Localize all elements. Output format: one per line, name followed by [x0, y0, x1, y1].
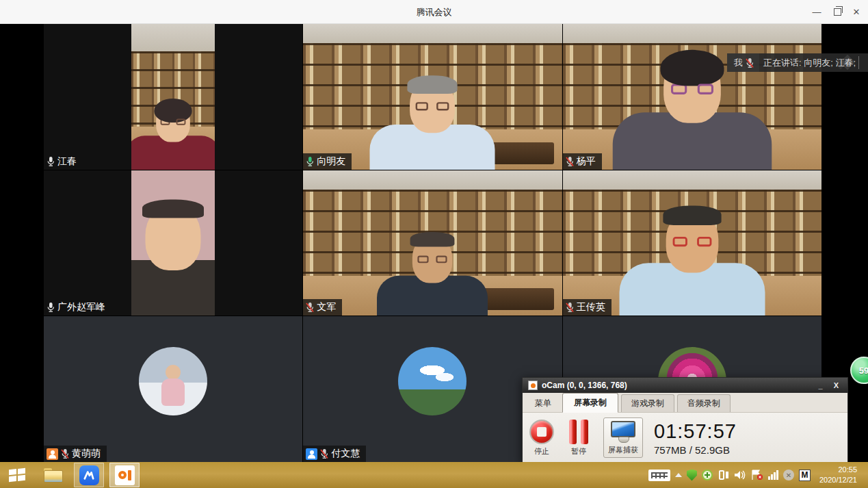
- pause-button[interactable]: 暂停: [569, 420, 588, 457]
- tab-game-record[interactable]: 游戏录制: [621, 394, 674, 412]
- mic-on-icon: [47, 156, 55, 167]
- ocam-window[interactable]: oCam (0, 0, 1366, 768) _ X 菜单 屏幕录制 游戏录制 …: [522, 377, 848, 463]
- mic-muted-icon: [566, 156, 574, 167]
- participant-name: 文军: [317, 301, 336, 313]
- folder-icon: [44, 468, 63, 483]
- person-figure: [613, 55, 772, 169]
- ocam-minimize-button[interactable]: _: [815, 381, 826, 389]
- show-hidden-icons-icon[interactable]: [675, 473, 682, 477]
- person-figure: [619, 211, 765, 316]
- ocam-window-title: oCam (0, 0, 1366, 768): [542, 381, 811, 390]
- participant-video: [303, 24, 562, 170]
- participant-video: [303, 170, 562, 316]
- banner-divider: [858, 56, 859, 69]
- video-tile-wangchuanying[interactable]: 王传英: [563, 170, 821, 316]
- mic-muted-icon: [306, 302, 314, 313]
- tab-menu[interactable]: 菜单: [527, 395, 560, 412]
- clock-date: 2020/12/21: [819, 475, 857, 485]
- video-tile-xiangmingyou[interactable]: 向明友: [303, 24, 562, 170]
- mic-muted-icon: [61, 448, 69, 459]
- close-window-icon[interactable]: ✕: [846, 0, 867, 24]
- stop-icon: [529, 420, 554, 444]
- avatar: [398, 347, 466, 415]
- start-button[interactable]: [0, 462, 34, 488]
- volume-icon[interactable]: [734, 470, 746, 480]
- mic-muted-icon: [320, 448, 328, 459]
- signal-strength-icon[interactable]: [768, 470, 778, 480]
- capture-label: 屏幕捕获: [608, 445, 638, 455]
- security-shield-icon[interactable]: [687, 470, 697, 481]
- network-flag-icon[interactable]: [751, 470, 763, 480]
- participant-name: 黄萌萌: [72, 448, 101, 460]
- participant-name: 向明友: [317, 155, 345, 168]
- system-tray: ✕ M 20:55 2020/12/21: [648, 465, 868, 485]
- window-title: 腾讯会议: [0, 6, 868, 18]
- touch-keyboard-icon[interactable]: [648, 470, 670, 481]
- restore-glyph: [834, 8, 841, 16]
- windows-logo-icon: [9, 468, 25, 483]
- person-figure: [370, 79, 495, 170]
- portrait-video: [131, 170, 215, 316]
- stop-label: 停止: [534, 446, 549, 457]
- tab-screen-record[interactable]: 屏幕录制: [562, 393, 618, 413]
- video-tile-wenjun[interactable]: 文军: [303, 170, 562, 316]
- desktop: 腾讯会议 — ✕: [0, 0, 868, 488]
- taskbar: ✕ M 20:55 2020/12/21: [0, 462, 868, 488]
- taskbar-file-explorer[interactable]: [38, 463, 68, 487]
- participant-name: 杨平: [577, 155, 596, 168]
- video-tile-jiangchun[interactable]: 江春: [44, 24, 302, 170]
- taskbar-ocam[interactable]: [109, 463, 140, 487]
- video-tile-zhaojunfeng[interactable]: 广外赵军峰: [44, 170, 302, 316]
- status-circle-icon[interactable]: ✕: [783, 470, 794, 480]
- portrait-video: [131, 24, 215, 170]
- meeting-titlebar: 腾讯会议 — ✕: [0, 0, 868, 24]
- m-app-tray-icon[interactable]: M: [799, 470, 811, 481]
- floating-ball-value: 59: [859, 365, 868, 376]
- avatar: [139, 347, 207, 415]
- tencent-meeting-icon: [79, 465, 99, 485]
- mic-muted-icon: [746, 57, 754, 68]
- screen-capture-button[interactable]: 屏幕捕获: [603, 418, 643, 458]
- participant-name: 江春: [57, 155, 77, 168]
- mic-speaking-icon: [306, 156, 314, 167]
- video-tile-yangping[interactable]: 杨平: [563, 24, 821, 170]
- restore-window-icon[interactable]: [827, 0, 847, 24]
- participant-name: 广外赵军峰: [57, 301, 105, 313]
- participant-video: [563, 24, 821, 170]
- clock-time: 20:55: [819, 465, 857, 475]
- participant-video: [44, 170, 302, 316]
- taskbar-clock[interactable]: 20:55 2020/12/21: [815, 465, 864, 485]
- me-label: 我: [734, 57, 743, 69]
- person-figure: [131, 101, 215, 169]
- minimize-window-icon[interactable]: —: [806, 0, 827, 24]
- monitor-icon: [611, 421, 635, 443]
- stop-button[interactable]: 停止: [529, 420, 554, 457]
- antivirus-icon[interactable]: [702, 470, 713, 480]
- profile-badge-icon: [306, 448, 317, 460]
- participant-video: [44, 24, 302, 170]
- ocam-app-icon: [528, 381, 538, 390]
- speaking-indicator-banner: 我 正在讲话: 向明友; 江春;: [727, 53, 868, 72]
- video-tile-huangmengmeng[interactable]: 黄萌萌: [44, 316, 302, 462]
- ocam-body: 停止 暂停 屏幕捕获 01:57:57 757MB / 52.9GB: [523, 413, 847, 463]
- pause-icon: [569, 420, 588, 444]
- power-icon[interactable]: [718, 470, 729, 480]
- recording-stats: 01:57:57 757MB / 52.9GB: [654, 420, 737, 456]
- taskbar-tencent-meeting[interactable]: [74, 463, 104, 487]
- ocam-close-button[interactable]: X: [830, 381, 842, 389]
- participant-name: 王传英: [577, 301, 605, 313]
- ocam-titlebar[interactable]: oCam (0, 0, 1366, 768) _ X: [523, 378, 847, 393]
- mic-muted-icon: [566, 302, 574, 313]
- participant-nameplate: 广外赵军峰: [44, 299, 111, 316]
- mic-on-icon: [47, 302, 55, 313]
- recording-storage: 757MB / 52.9GB: [654, 444, 737, 456]
- participant-nameplate: 黄萌萌: [44, 446, 107, 462]
- participant-nameplate: 杨平: [563, 153, 602, 170]
- me-chip: 我: [727, 53, 759, 72]
- participant-video: [563, 170, 821, 316]
- person-figure: [131, 205, 215, 316]
- pause-label: 暂停: [571, 446, 586, 457]
- recording-timer: 01:57:57: [654, 420, 737, 443]
- tab-audio-record[interactable]: 音频录制: [677, 394, 731, 412]
- person-figure: [377, 236, 488, 316]
